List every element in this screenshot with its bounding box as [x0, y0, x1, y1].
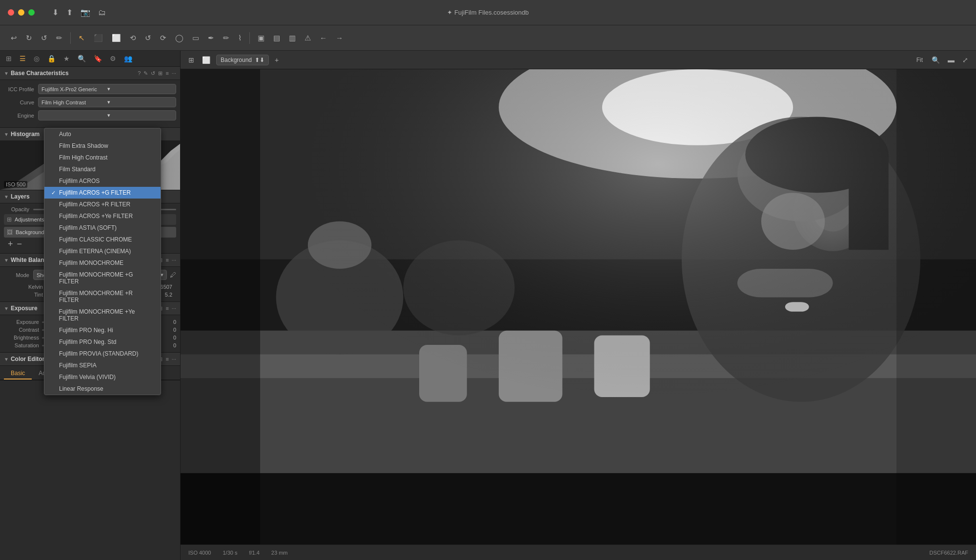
- rotate-icon[interactable]: ↺: [142, 32, 154, 44]
- base-characteristics-title: Base Characteristics: [11, 70, 138, 77]
- folder-icon[interactable]: 🗂: [96, 6, 108, 19]
- dropdown-item[interactable]: Fujifilm ACROS +Ye FILTER: [44, 210, 161, 222]
- wb-menu-icon[interactable]: ≡: [165, 257, 168, 263]
- fit-button[interactable]: Fit: [914, 56, 926, 64]
- image-area: [181, 69, 976, 544]
- curve-select[interactable]: Film High Contrast ▾: [38, 97, 176, 107]
- dropdown-item[interactable]: Fujifilm Velvia (VIVID): [44, 371, 161, 383]
- exp-more-icon[interactable]: ···: [172, 305, 176, 312]
- maximize-button[interactable]: [28, 9, 35, 16]
- saturation-label: Saturation: [4, 342, 39, 348]
- contrast-value: 0: [162, 327, 176, 333]
- panel-star-icon[interactable]: ★: [61, 54, 72, 63]
- ce-more-icon[interactable]: ···: [172, 356, 176, 362]
- panel-grid-icon[interactable]: ⊞: [4, 54, 14, 63]
- transform-icon[interactable]: ⟲: [127, 32, 139, 44]
- dropdown-item-label: Fujifilm PROVIA (STANDARD): [59, 350, 138, 357]
- add-layer-button[interactable]: +: [8, 240, 13, 248]
- dropdown-item[interactable]: Linear Response: [44, 383, 161, 395]
- dropdown-item[interactable]: Fujifilm MONOCHROME: [44, 257, 161, 269]
- dropdown-item[interactable]: Fujifilm CLASSIC CHROME: [44, 234, 161, 245]
- icc-profile-label: ICC Profile: [4, 86, 38, 92]
- curve-dropdown: Auto Film Extra Shadow Film High Contras…: [44, 128, 161, 395]
- dropdown-item[interactable]: Fujifilm MONOCHROME +G FILTER: [44, 269, 161, 287]
- engine-select[interactable]: ▾: [38, 110, 176, 120]
- dropdown-item[interactable]: Film Extra Shadow: [44, 140, 161, 152]
- dropdown-item[interactable]: Film High Contrast: [44, 152, 161, 163]
- gradient-icon[interactable]: ⌇: [235, 32, 244, 44]
- panel-lock-icon[interactable]: 🔒: [45, 54, 58, 63]
- brush-icon[interactable]: ✏: [220, 32, 232, 44]
- dropdown-item[interactable]: Auto: [44, 128, 161, 140]
- redo-icon[interactable]: ↻: [23, 32, 35, 44]
- panel-circle-icon[interactable]: ◎: [32, 54, 41, 63]
- help-icon[interactable]: ?: [138, 70, 141, 77]
- import-icon[interactable]: ⬇: [50, 6, 61, 19]
- checkmark-icon: ✓: [51, 190, 59, 196]
- more-icon[interactable]: ···: [172, 70, 176, 77]
- dropdown-item[interactable]: Film Standard: [44, 163, 161, 175]
- panel-search-icon[interactable]: 🔍: [76, 54, 88, 63]
- curve-row: Curve Film High Contrast ▾: [4, 97, 176, 107]
- panel-gear-icon[interactable]: ⚙: [108, 54, 118, 63]
- dropdown-item[interactable]: Fujifilm PROVIA (STANDARD): [44, 348, 161, 360]
- dropdown-item[interactable]: Fujifilm ASTIA (SOFT): [44, 222, 161, 234]
- dropdown-item[interactable]: Fujifilm MONOCHROME +Ye FILTER: [44, 306, 161, 324]
- export-icon[interactable]: ⬆: [64, 6, 75, 19]
- titlebar: ⬇ ⬆ 📷 🗂 ✦ FujiFilm Files.cosessiondb: [0, 0, 976, 25]
- warning-icon[interactable]: ⚠: [302, 32, 314, 44]
- reset-icon[interactable]: ↺: [151, 70, 155, 77]
- dropdown-item[interactable]: Fujifilm MONOCHROME +R FILTER: [44, 287, 161, 306]
- contrast-label: Contrast: [4, 327, 39, 333]
- view-single-icon[interactable]: ▣: [255, 32, 267, 44]
- zoom-bar-icon[interactable]: ▬: [946, 55, 956, 65]
- panel-bookmark-icon[interactable]: 🔖: [92, 54, 104, 63]
- zoom-in-icon[interactable]: →: [333, 32, 346, 44]
- expand-icon[interactable]: ⤢: [960, 55, 970, 65]
- tab-basic[interactable]: Basic: [4, 368, 32, 380]
- layer-chevron-icon: ⬆⬇: [255, 57, 264, 63]
- cursor-icon[interactable]: ↖: [76, 32, 88, 44]
- layer-selector[interactable]: Background ⬆⬇: [216, 55, 269, 65]
- undo-icon[interactable]: ↩: [8, 32, 20, 44]
- zoom-icon[interactable]: 🔍: [930, 55, 942, 65]
- panel-people-icon[interactable]: 👥: [122, 54, 134, 63]
- edit-icon[interactable]: ✎: [143, 70, 148, 77]
- flip-h-icon[interactable]: ⟳: [157, 32, 169, 44]
- dropdown-item[interactable]: Fujifilm PRO Neg. Hi: [44, 324, 161, 336]
- camera-icon[interactable]: 📷: [79, 6, 92, 19]
- dropdown-item[interactable]: Fujifilm SEPIA: [44, 360, 161, 371]
- panel-list-icon[interactable]: ☰: [18, 54, 28, 63]
- dropdown-item[interactable]: ✓Fujifilm ACROS +G FILTER: [44, 187, 161, 199]
- view-compare-icon[interactable]: ▤: [270, 32, 283, 44]
- view-grid-icon[interactable]: ▥: [286, 32, 299, 44]
- close-button[interactable]: [8, 9, 14, 16]
- grid-view-icon[interactable]: ⊞: [186, 55, 196, 65]
- copy-tool-icon[interactable]: ⬛: [91, 32, 106, 44]
- sync-icon[interactable]: ↺: [38, 32, 50, 44]
- dropdown-item[interactable]: Fujifilm ACROS: [44, 175, 161, 187]
- single-view-icon[interactable]: ⬜: [200, 55, 212, 65]
- ce-menu-icon[interactable]: ≡: [165, 356, 168, 362]
- crop-icon[interactable]: ⬜: [109, 32, 124, 44]
- pen-icon[interactable]: ✒: [205, 32, 217, 44]
- icc-profile-select[interactable]: Fujifilm X-Pro2 Generic ▾: [38, 84, 176, 94]
- rect-icon[interactable]: ▭: [189, 32, 202, 44]
- minimize-button[interactable]: [18, 9, 24, 16]
- copy-icon[interactable]: ⊞: [158, 70, 163, 77]
- dropdown-item[interactable]: Fujifilm ACROS +R FILTER: [44, 199, 161, 210]
- zoom-out-icon[interactable]: ←: [317, 32, 330, 44]
- dropdown-item[interactable]: Fujifilm ETERNA (CINEMA): [44, 245, 161, 257]
- wb-more-icon[interactable]: ···: [172, 257, 176, 263]
- chevron-down-icon: ▾: [107, 86, 173, 92]
- menu-icon[interactable]: ≡: [165, 70, 168, 77]
- exp-menu-icon[interactable]: ≡: [165, 305, 168, 312]
- wb-pipette-icon[interactable]: 🖊: [170, 271, 176, 279]
- circle-icon[interactable]: ◯: [172, 32, 186, 44]
- dropdown-item[interactable]: Fujifilm PRO Neg. Std: [44, 336, 161, 348]
- add-layer-icon[interactable]: +: [273, 55, 281, 65]
- remove-layer-button[interactable]: −: [17, 240, 22, 248]
- center-panel: ⊞ ⬜ Background ⬆⬇ + Fit 🔍 ▬ ⤢: [181, 51, 976, 560]
- base-characteristics-header[interactable]: ▼ Base Characteristics ? ✎ ↺ ⊞ ≡ ···: [0, 67, 180, 80]
- edit-icon[interactable]: ✏: [53, 32, 65, 44]
